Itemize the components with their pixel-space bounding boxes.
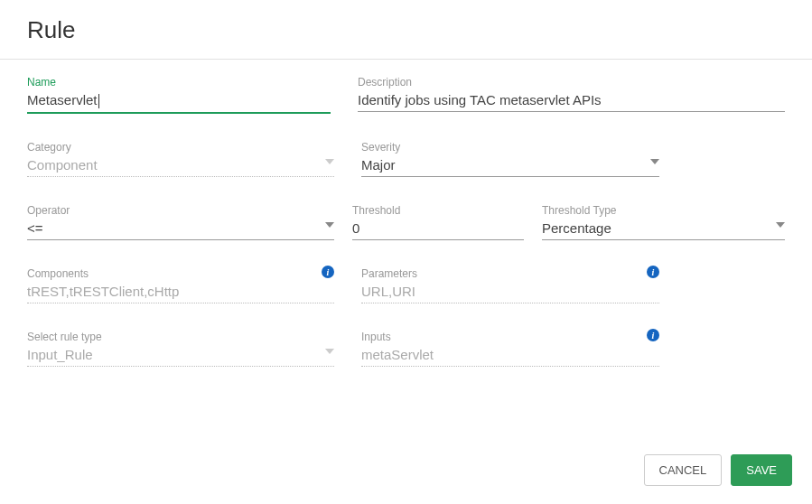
label-components: Components [27, 267, 334, 280]
select-threshold-type[interactable]: Percentage [542, 220, 785, 240]
select-category: Component [27, 157, 334, 177]
label-parameters: Parameters [361, 267, 659, 280]
field-description[interactable]: Description Identify jobs using TAC meta… [358, 76, 785, 114]
value-parameters: URL,URI [361, 284, 659, 303]
chevron-down-icon [325, 349, 334, 354]
rule-dialog: Rule Name Metaservlet Description Identi… [0, 0, 812, 376]
info-icon[interactable]: i [322, 266, 334, 278]
chevron-down-icon[interactable] [650, 159, 659, 164]
field-threshold[interactable]: Threshold 0 [352, 204, 524, 240]
value-inputs: metaServlet [361, 347, 659, 367]
value-components: tREST,tRESTClient,cHttp [27, 284, 334, 303]
field-components: i Components tREST,tRESTClient,cHttp [27, 267, 334, 303]
chevron-down-icon[interactable] [325, 222, 334, 228]
field-operator[interactable]: Operator <= [27, 204, 334, 240]
info-icon[interactable]: i [647, 329, 659, 341]
label-name: Name [27, 76, 331, 89]
row-name-description: Name Metaservlet Description Identify jo… [27, 76, 785, 114]
label-category: Category [27, 141, 334, 154]
value-category: Component [27, 157, 334, 176]
info-icon[interactable]: i [647, 266, 659, 278]
label-severity: Severity [361, 141, 659, 154]
dialog-header: Rule [0, 0, 812, 60]
select-severity[interactable]: Major [361, 157, 659, 177]
field-category: Category Component [27, 141, 334, 177]
value-severity: Major [361, 157, 659, 176]
label-description: Description [358, 76, 785, 89]
select-rule-type: Input_Rule [27, 347, 334, 367]
field-parameters: i Parameters URL,URI [361, 267, 659, 303]
value-rule-type: Input_Rule [27, 347, 334, 366]
label-operator: Operator [27, 204, 334, 217]
label-threshold-type: Threshold Type [542, 204, 785, 217]
dialog-title: Rule [27, 16, 785, 44]
label-threshold: Threshold [352, 204, 524, 217]
chevron-down-icon [325, 159, 334, 164]
save-button[interactable]: SAVE [731, 454, 792, 486]
select-operator[interactable]: <= [27, 220, 334, 240]
form-body: Name Metaservlet Description Identify jo… [0, 60, 812, 376]
chevron-down-icon[interactable] [776, 222, 785, 228]
value-operator: <= [27, 220, 334, 239]
input-description[interactable]: Identify jobs using TAC metaservlet APIs [358, 92, 785, 112]
row-components-parameters: i Components tREST,tRESTClient,cHttp i P… [27, 267, 785, 303]
row-ruletype-inputs: Select rule type Input_Rule i Inputs met… [27, 331, 785, 367]
field-inputs: i Inputs metaServlet [361, 331, 659, 367]
field-threshold-type[interactable]: Threshold Type Percentage [542, 204, 785, 240]
label-rule-type: Select rule type [27, 331, 334, 343]
input-threshold[interactable]: 0 [352, 220, 524, 240]
input-name[interactable]: Metaservlet [27, 92, 331, 114]
field-severity[interactable]: Severity Major [361, 141, 659, 177]
dialog-footer: CANCEL SAVE [644, 454, 792, 486]
row-operator-threshold: Operator <= Threshold 0 Threshold Type P… [27, 204, 785, 240]
field-name[interactable]: Name Metaservlet [27, 76, 331, 114]
row-category-severity: Category Component Severity Major [27, 141, 785, 177]
cancel-button[interactable]: CANCEL [644, 454, 723, 486]
value-threshold-type: Percentage [542, 220, 785, 239]
field-rule-type: Select rule type Input_Rule [27, 331, 334, 367]
label-inputs: Inputs [361, 331, 659, 343]
